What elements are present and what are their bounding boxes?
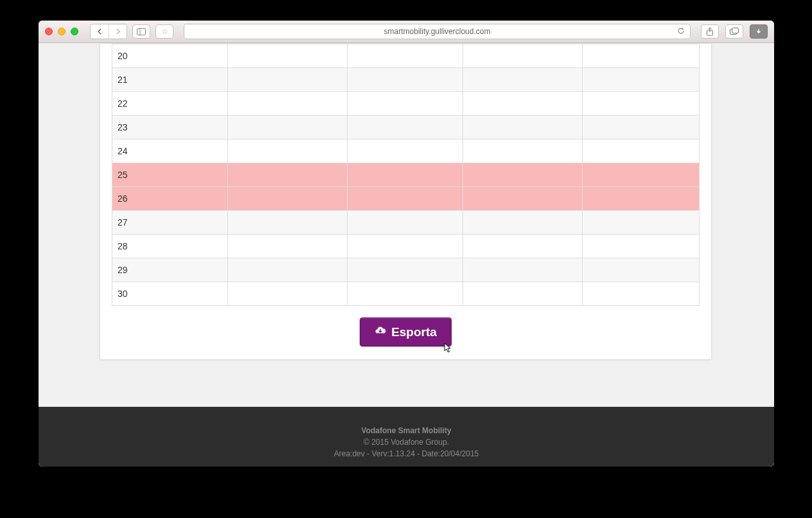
data-cell [583, 211, 700, 235]
export-button-label: Esporta [391, 325, 437, 339]
table-row: 23 [112, 116, 700, 139]
data-cell [583, 139, 700, 163]
day-cell: 20 [112, 44, 228, 68]
table-row: 28 [112, 235, 700, 258]
data-cell [228, 68, 348, 92]
data-cell [463, 92, 583, 116]
data-cell [583, 92, 700, 116]
sidebar-toggle-button[interactable] [132, 24, 150, 39]
day-cell: 21 [112, 68, 228, 92]
export-button[interactable]: Esporta [360, 317, 452, 346]
data-cell [463, 211, 583, 235]
back-button[interactable] [91, 24, 109, 39]
titlebar: ☆ smartmobility.gullivercloud.com [39, 21, 774, 43]
data-cell [348, 44, 463, 68]
address-bar-url: smartmobility.gullivercloud.com [384, 27, 491, 36]
traffic-lights [45, 28, 78, 35]
data-cell [583, 282, 700, 306]
data-cell [463, 68, 583, 92]
browser-window: ☆ smartmobility.gullivercloud.com + 2021… [39, 21, 774, 467]
data-cell [228, 116, 348, 139]
data-cell [583, 235, 700, 258]
data-cell [228, 92, 348, 116]
data-cell [583, 187, 700, 211]
data-cell [463, 282, 583, 306]
day-cell: 24 [112, 139, 228, 163]
data-cell [348, 211, 463, 235]
footer-title: Vodafone Smart Mobility [39, 425, 774, 436]
svg-rect-4 [732, 28, 739, 33]
data-cell [228, 211, 348, 235]
zoom-window-button[interactable] [71, 28, 78, 35]
data-cell [583, 163, 700, 187]
table-row: 21 [112, 68, 700, 92]
day-cell: 25 [112, 163, 228, 187]
table-row: 22 [112, 92, 700, 116]
data-cell [463, 116, 583, 139]
data-cell [228, 44, 348, 68]
data-cell [348, 282, 463, 306]
data-cell [228, 139, 348, 163]
data-cell [348, 258, 463, 282]
footer-copyright: © 2015 Vodafone Group. [39, 436, 774, 448]
data-cell [228, 282, 348, 306]
data-cell [463, 258, 583, 282]
cloud-download-icon [375, 325, 386, 339]
data-cell [463, 139, 583, 163]
close-window-button[interactable] [45, 28, 53, 35]
day-cell: 29 [112, 258, 228, 282]
data-cell [228, 187, 348, 211]
data-cell [348, 116, 463, 139]
table-row: 25 [112, 163, 700, 187]
table-row: 24 [112, 139, 700, 163]
share-button[interactable] [701, 24, 719, 39]
table-row: 26 [112, 187, 700, 211]
data-cell [228, 235, 348, 258]
data-cell [228, 258, 348, 282]
day-cell: 23 [112, 116, 228, 139]
svg-rect-0 [137, 28, 146, 35]
downloads-button[interactable] [750, 24, 768, 39]
data-cell [463, 44, 583, 68]
data-cell [348, 139, 463, 163]
table-row: 29 [112, 258, 700, 282]
top-sites-button[interactable]: ☆ [155, 24, 173, 39]
content-card: 2021222324252627282930 Esporta [100, 43, 712, 360]
data-cell [463, 163, 583, 187]
tabs-overview-button[interactable] [725, 24, 743, 39]
reload-icon[interactable] [677, 27, 685, 37]
data-cell [583, 116, 700, 139]
data-cell [463, 235, 583, 258]
data-cell [348, 68, 463, 92]
forward-button[interactable] [109, 24, 127, 39]
data-cell [463, 187, 583, 211]
footer-version: Area:dev - Verv:1.13.24 - Date:20/04/201… [39, 448, 774, 460]
toolbar-right [701, 24, 768, 39]
table-row: 27 [112, 211, 700, 235]
data-cell [583, 44, 700, 68]
day-cell: 26 [112, 187, 228, 211]
data-cell [348, 92, 463, 116]
address-bar[interactable]: smartmobility.gullivercloud.com [184, 24, 691, 39]
viewport: 2021222324252627282930 Esporta Vodafone … [39, 43, 774, 467]
data-cell [583, 68, 700, 92]
day-cell: 22 [112, 92, 228, 116]
day-cell: 30 [112, 282, 228, 306]
data-cell [348, 163, 463, 187]
table-row: 20 [112, 44, 700, 68]
data-cell [348, 187, 463, 211]
day-cell: 28 [112, 235, 228, 258]
page-footer: Vodafone Smart Mobility © 2015 Vodafone … [39, 407, 774, 467]
minimize-window-button[interactable] [58, 28, 66, 35]
data-table: 2021222324252627282930 [112, 44, 700, 306]
data-cell [583, 258, 700, 282]
table-row: 30 [112, 282, 700, 306]
data-cell [348, 235, 463, 258]
nav-buttons [90, 24, 127, 39]
data-cell [228, 163, 348, 187]
day-cell: 27 [112, 211, 228, 235]
